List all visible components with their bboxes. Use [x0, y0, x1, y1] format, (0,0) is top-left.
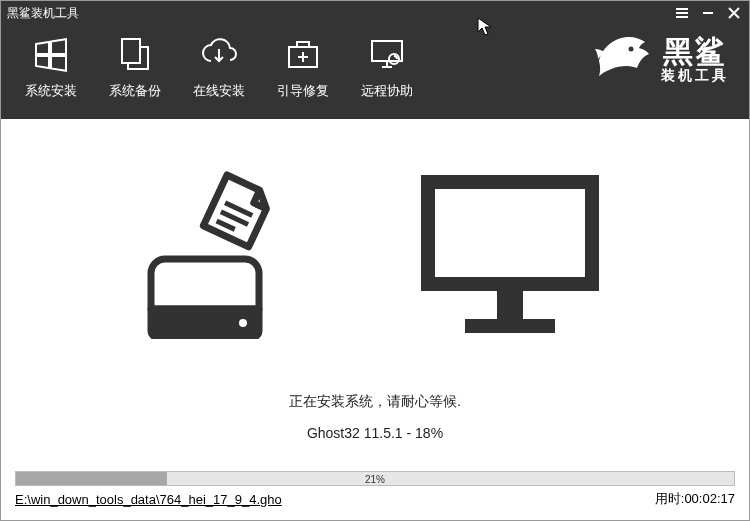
nav-online-install[interactable]: 在线安装 [189, 34, 249, 100]
svg-rect-6 [435, 189, 585, 277]
header: 系统安装 系统备份 在线安装 引导修复 远程协助 [1, 25, 749, 119]
logo-text-big: 黑鲨 [663, 35, 727, 68]
file-path-link[interactable]: E:\win_down_tools_data\764_hei_17_9_4.gh… [15, 492, 282, 507]
firstaid-icon [283, 34, 323, 74]
svg-point-4 [629, 47, 634, 52]
cloud-download-icon [199, 34, 239, 74]
nav-remote-assist[interactable]: 远程协助 [357, 34, 417, 100]
titlebar: 黑鲨装机工具 [1, 1, 749, 25]
svg-rect-7 [497, 291, 523, 319]
nav-system-install[interactable]: 系统安装 [21, 34, 81, 100]
monitor-icon [415, 169, 605, 343]
remote-monitor-icon [367, 34, 407, 74]
app-title: 黑鲨装机工具 [7, 5, 79, 22]
content: 正在安装系统，请耐心等候. Ghost32 11.5.1 - 18% [1, 119, 749, 471]
logo-text-small: 装机工具 [661, 68, 729, 83]
nav-boot-repair[interactable]: 引导修复 [273, 34, 333, 100]
close-button[interactable] [727, 6, 741, 20]
progress-label: 21% [365, 473, 385, 484]
nav: 系统安装 系统备份 在线安装 引导修复 远程协助 [21, 34, 417, 100]
windows-icon [31, 34, 71, 74]
svg-rect-0 [122, 39, 140, 63]
status-text: 正在安装系统，请耐心等候. [289, 393, 461, 411]
ghost-status: Ghost32 11.5.1 - 18% [307, 425, 443, 441]
shark-icon [591, 29, 653, 89]
svg-point-5 [239, 319, 247, 327]
illustration [145, 169, 605, 343]
nav-label: 系统备份 [109, 82, 161, 100]
elapsed-time: 用时:00:02:17 [655, 490, 735, 508]
svg-rect-8 [465, 319, 555, 333]
footer: E:\win_down_tools_data\764_hei_17_9_4.gh… [1, 486, 749, 508]
nav-label: 远程协助 [361, 82, 413, 100]
nav-label: 引导修复 [277, 82, 329, 100]
menu-button[interactable] [675, 6, 689, 20]
progress-row: 21% [1, 471, 749, 486]
nav-label: 系统安装 [25, 82, 77, 100]
minimize-button[interactable] [701, 6, 715, 20]
progress-bar: 21% [15, 471, 735, 486]
disk-file-icon [145, 169, 295, 343]
nav-label: 在线安装 [193, 82, 245, 100]
copy-icon [115, 34, 155, 74]
nav-system-backup[interactable]: 系统备份 [105, 34, 165, 100]
logo: 黑鲨 装机工具 [591, 29, 729, 89]
